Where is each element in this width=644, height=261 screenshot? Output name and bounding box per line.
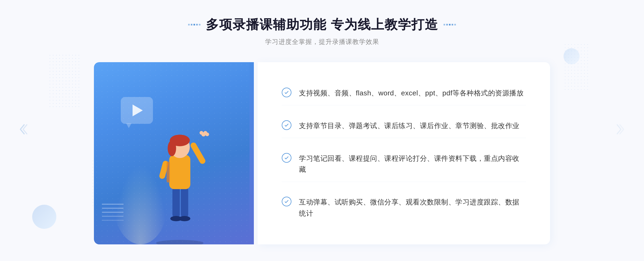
bg-dots-left — [48, 54, 80, 107]
left-arrow-icon[interactable] — [18, 123, 29, 139]
feature-text-3: 学习笔记回看、课程提问、课程评论打分、课件资料下载，重点内容收藏 — [299, 153, 526, 175]
content-area: 支持视频、音频、flash、word、excel、ppt、pdf等各种格式的资源… — [94, 62, 550, 244]
feature-item-4: 互动弹幕、试听购买、微信分享、观看次数限制、学习进度跟踪、数据统计 — [282, 190, 526, 225]
page-container: 多项录播课辅助功能 专为线上教学打造 学习进度全掌握，提升录播课教学效果 — [0, 0, 644, 261]
title-row: 多项录播课辅助功能 专为线上教学打造 — [188, 16, 456, 33]
svg-rect-4 — [169, 155, 191, 189]
main-title: 多项录播课辅助功能 专为线上教学打造 — [206, 16, 438, 33]
feature-text-2: 支持章节目录、弹题考试、课后练习、课后作业、章节测验、批改作业 — [299, 120, 519, 132]
right-arrow-icon[interactable] — [615, 123, 626, 139]
feature-item-3: 学习笔记回看、课程提问、课程评论打分、课件资料下载，重点内容收藏 — [282, 147, 526, 182]
svg-point-15 — [156, 240, 204, 244]
svg-rect-0 — [173, 187, 180, 218]
stripe-decoration — [102, 202, 123, 228]
title-decorator-right — [444, 24, 456, 25]
feature-text-1: 支持视频、音频、flash、word、excel、ppt、pdf等各种格式的资源… — [299, 88, 524, 99]
circle-decoration-left — [32, 205, 56, 229]
svg-point-9 — [168, 140, 176, 156]
svg-point-14 — [205, 133, 209, 136]
svg-rect-1 — [181, 187, 188, 218]
check-icon-4 — [282, 197, 291, 206]
subtitle: 学习进度全掌握，提升录播课教学效果 — [188, 38, 456, 46]
check-icon-1 — [282, 88, 291, 97]
feature-item-2: 支持章节目录、弹题考试、课后练习、课后作业、章节测验、批改作业 — [282, 114, 526, 138]
circle-decoration-right — [564, 48, 580, 64]
features-panel: 支持视频、音频、flash、word、excel、ppt、pdf等各种格式的资源… — [258, 62, 550, 244]
header-section: 多项录播课辅助功能 专为线上教学打造 学习进度全掌握，提升录播课教学效果 — [188, 16, 456, 46]
check-icon-2 — [282, 120, 291, 130]
svg-rect-5 — [189, 141, 206, 165]
svg-point-12 — [200, 131, 203, 135]
svg-rect-10 — [167, 162, 170, 183]
title-decorator-left — [188, 24, 200, 25]
feature-item-1: 支持视频、音频、flash、word、excel、ppt、pdf等各种格式的资源… — [282, 81, 526, 106]
feature-text-4: 互动弹幕、试听购买、微信分享、观看次数限制、学习进度跟踪、数据统计 — [299, 197, 526, 219]
illustration-card — [94, 62, 250, 244]
figure-container — [137, 97, 223, 244]
svg-point-3 — [179, 216, 190, 221]
check-icon-3 — [282, 153, 291, 163]
blue-sidebar — [250, 62, 254, 244]
